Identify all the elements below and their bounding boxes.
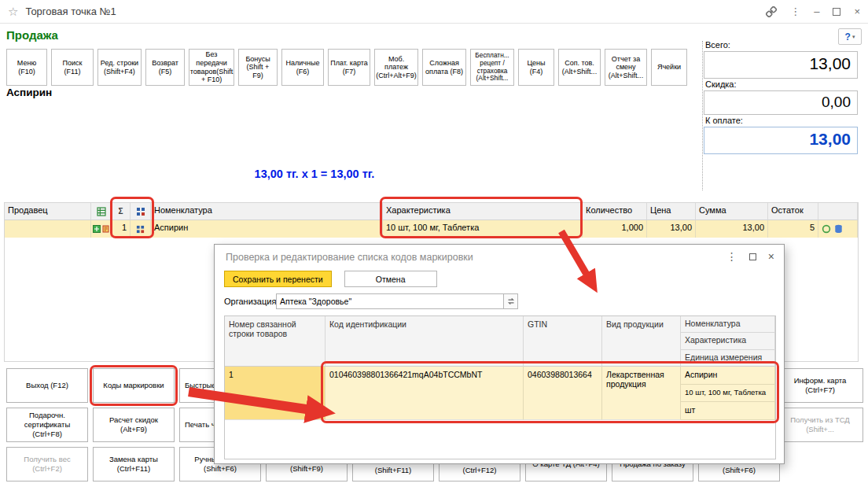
database-icon xyxy=(834,224,843,234)
col-unit[interactable]: Единица измерения xyxy=(681,350,775,367)
col-characteristic[interactable]: Характеристика xyxy=(383,203,583,220)
shift-report-button[interactable]: Отчет за смену (Alt+Shift... xyxy=(605,49,647,86)
link-icon[interactable] xyxy=(766,6,777,17)
col-seller[interactable]: Продавец xyxy=(5,203,91,220)
more-menu-icon[interactable]: ⋮ xyxy=(790,6,800,17)
prices-button[interactable]: Цены (F4) xyxy=(518,49,554,86)
dialog-more-menu-icon[interactable]: ⋮ xyxy=(726,250,737,263)
marking-table-row[interactable]: 1 010460398801366421mqA04bTCCMbNT 046039… xyxy=(225,367,775,420)
col-linked-row-number[interactable]: Номер связанной строки товаров xyxy=(225,316,326,367)
return-button[interactable]: Возврат (F5) xyxy=(145,49,185,86)
row-marking-icon xyxy=(131,220,151,238)
cell-nomenclature: Аспирин xyxy=(681,367,775,385)
col-quantity[interactable]: Количество xyxy=(583,203,647,220)
cell-quantity: 1,000 xyxy=(583,220,647,238)
total-value: 13,00 xyxy=(704,51,858,79)
cells-button[interactable]: Ячейки xyxy=(651,49,687,86)
cell-characteristic: 10 шт, 100 мг, Таблетка xyxy=(383,220,583,238)
col-identification-code[interactable]: Код идентификации xyxy=(326,316,524,367)
edit-row-button[interactable]: Ред. строки (Shift+F4) xyxy=(97,49,142,86)
col-nomenclature[interactable]: Номенклатура xyxy=(151,203,383,220)
save-and-transfer-button[interactable]: Сохранить и перенести xyxy=(224,271,332,287)
col-price[interactable]: Цена xyxy=(647,203,696,220)
cell-gtin: 04603988013664 xyxy=(524,367,602,420)
get-weight-button[interactable]: Получить вес (Ctrl+F2) xyxy=(6,447,88,481)
search-button[interactable]: Поиск (F11) xyxy=(51,49,94,86)
organization-label: Организация: xyxy=(224,297,276,306)
cell-product-type: Лекарственная продукция xyxy=(602,367,681,420)
complex-payment-button[interactable]: Сложная оплата (F8) xyxy=(422,49,466,86)
marking-icon[interactable] xyxy=(131,203,151,220)
info-card-button[interactable]: Информ. карта (Ctrl+F7) xyxy=(777,368,863,403)
organization-input[interactable]: Аптека "Здоровье" xyxy=(276,293,504,309)
due-label: К оплате: xyxy=(705,116,858,125)
window-titlebar: ☆ Торговая точка №1 ⋮ – × xyxy=(0,0,868,24)
cash-button[interactable]: Наличные (F6) xyxy=(281,49,324,86)
close-button[interactable]: × xyxy=(854,6,860,17)
items-table-header: Продавец Σ Номенклатура Характеристика К… xyxy=(5,203,858,220)
discount-label: Скидка: xyxy=(705,79,858,89)
app-window: ☆ Торговая точка №1 ⋮ – × Продажа ? ▾ Ме… xyxy=(0,0,868,487)
marking-table-header: Номер связанной строки товаров Код идент… xyxy=(225,316,775,367)
row-state-icons xyxy=(91,220,112,238)
replace-card-button[interactable]: Замена карты (Ctrl+F11) xyxy=(93,447,175,481)
marking-codes-button[interactable]: Коды маркировки xyxy=(93,368,175,403)
page-title: Продажа xyxy=(6,28,58,42)
stock-status-icon xyxy=(822,224,831,234)
window-title: Торговая точка №1 xyxy=(25,6,116,17)
minimize-button[interactable]: – xyxy=(814,6,819,17)
rmk-toolbar: Меню (F10) Поиск (F11) Ред. строки (Shif… xyxy=(6,49,687,86)
dialog-title: Проверка и редактирование списка кодов м… xyxy=(226,252,473,263)
get-from-tsd-button[interactable]: Получить из ТСД (Shift+... xyxy=(777,408,863,442)
no-transfer-button[interactable]: Без передачи товаров(Shift + F10) xyxy=(189,49,234,86)
grid-icon[interactable] xyxy=(91,203,112,220)
current-product-name: Аспирин xyxy=(6,87,52,98)
cell-sum: 13,00 xyxy=(696,220,768,238)
due-value: 13,00 xyxy=(704,127,858,154)
cell-unit: шт xyxy=(681,402,775,420)
dialog-maximize-button[interactable] xyxy=(749,253,756,260)
favorite-star-icon[interactable]: ☆ xyxy=(8,5,18,19)
cell-line-number: 1 xyxy=(112,220,131,238)
col-extra xyxy=(818,203,858,220)
col-characteristic[interactable]: Характеристика xyxy=(681,333,775,349)
col-sum[interactable]: Сумма xyxy=(696,203,768,220)
cell-linked-row-number: 1 xyxy=(225,367,326,420)
cell-nomenclature: Аспирин xyxy=(151,220,383,238)
col-nomenclature[interactable]: Номенклатура xyxy=(681,316,775,333)
dialog-close-button[interactable]: × xyxy=(768,250,774,263)
totals-panel: Всего: 13,00 Скидка: 0,00 К оплате: 13,0… xyxy=(704,39,858,154)
col-product-type[interactable]: Вид продукции xyxy=(602,316,681,367)
col-gtin[interactable]: GTIN xyxy=(524,316,602,367)
discount-value: 0,00 xyxy=(704,90,858,115)
cell-stock: 5 xyxy=(768,220,818,238)
gift-certificates-button[interactable]: Подарочн. сертификаты (Ctrl+F8) xyxy=(6,408,88,442)
marking-codes-dialog: Проверка и редактирование списка кодов м… xyxy=(214,244,785,464)
discount-calc-button[interactable]: Расчет скидок (Alt+F9) xyxy=(93,408,175,442)
price-calculation-line: 13,00 тг. x 1 = 13,00 тг. xyxy=(118,168,511,180)
menu-button[interactable]: Меню (F10) xyxy=(6,49,47,86)
maximize-button[interactable] xyxy=(833,8,840,16)
dotted-separator xyxy=(702,41,703,190)
cell-price: 13,00 xyxy=(647,220,696,238)
cancel-button[interactable]: Отмена xyxy=(344,271,437,287)
related-goods-button[interactable]: Соп. тов. (Alt+Shift... xyxy=(558,49,601,86)
card-payment-button[interactable]: Плат. карта (F7) xyxy=(328,49,370,86)
cell-characteristic: 10 шт, 100 мг, Таблетка xyxy=(681,385,775,403)
cell-seller xyxy=(5,220,91,238)
organization-select-icon[interactable] xyxy=(504,293,518,309)
sum-icon[interactable]: Σ xyxy=(112,203,131,220)
free-recipe-insurance-button[interactable]: Бесплатн... рецепт / страховка (Alt+Shif… xyxy=(470,49,514,86)
items-table-row[interactable]: 1 Аспирин 10 шт, 100 мг, Таблетка 1,000 … xyxy=(5,220,858,238)
total-label: Всего: xyxy=(705,40,858,50)
bonuses-button[interactable]: Бонусы (Shift + F9) xyxy=(238,49,278,86)
cell-extra-icons xyxy=(818,220,858,238)
cell-identification-code: 010460398801366421mqA04bTCCMbNT xyxy=(326,367,524,420)
marking-codes-table: Номер связанной строки товаров Код идент… xyxy=(224,315,776,459)
mobile-payment-button[interactable]: Моб. платеж (Ctrl+Alt+F9) xyxy=(374,49,418,86)
col-stock[interactable]: Остаток xyxy=(768,203,818,220)
exit-button[interactable]: Выход (F12) xyxy=(6,368,88,403)
